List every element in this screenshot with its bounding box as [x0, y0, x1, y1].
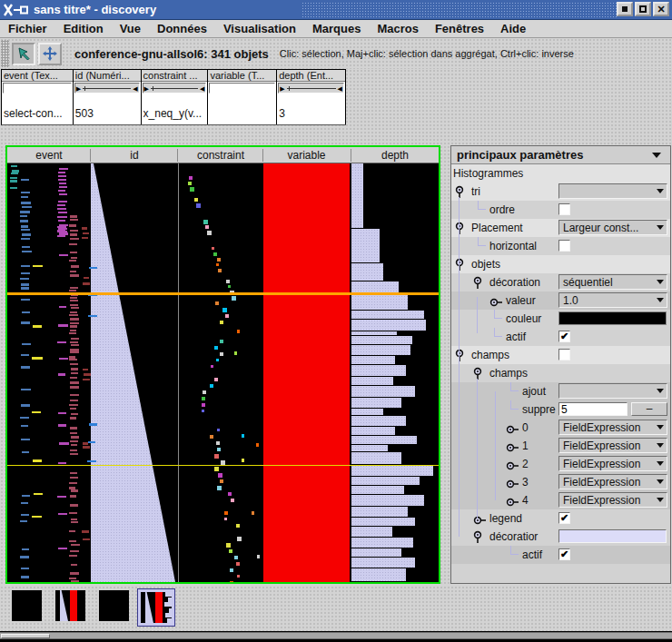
table-column-header[interactable]: id (Numéri... [74, 69, 141, 82]
select-tool-button[interactable] [12, 43, 35, 65]
tree-node-icon[interactable] [455, 349, 464, 365]
viz-id-wedge [91, 163, 175, 582]
title-bar[interactable]: sans titre* - discovery ✕ [0, 0, 672, 20]
viz-event-dash [70, 238, 79, 240]
panel-header-dropdown[interactable]: principaux paramètres [451, 146, 670, 164]
thumbnail-2[interactable] [55, 590, 85, 621]
table-column-header[interactable]: event (Tex... [2, 69, 73, 82]
table-range-filter[interactable]: ▶◀ [74, 83, 140, 94]
table-column-header[interactable]: constraint ... [142, 69, 208, 82]
tree-node-icon[interactable] [473, 512, 487, 528]
viz-event-dash [69, 555, 77, 557]
menu-item-visualisation[interactable]: Visualisation [215, 22, 304, 35]
viz-event-dash [88, 315, 97, 317]
menu-item-fichier[interactable]: Fichier [0, 22, 55, 35]
viz-event-dash [70, 300, 78, 301]
param-select-16[interactable]: FieldExpression [558, 456, 667, 471]
tree-node-icon[interactable] [455, 222, 464, 238]
viz-event-dash [22, 246, 30, 248]
menu-item-vue[interactable]: Vue [112, 22, 149, 35]
menu-item-aide[interactable]: Aide [492, 22, 534, 35]
tree-node-icon[interactable] [455, 258, 464, 274]
panel-title: principaux paramètres [457, 148, 583, 162]
tree-node-icon[interactable] [455, 185, 464, 202]
param-checkbox-19[interactable]: ✔ [558, 512, 570, 524]
remove-field-button[interactable]: – [631, 402, 667, 416]
param-select-7[interactable]: 1.0 [558, 292, 667, 308]
thumbnail-3[interactable] [99, 590, 129, 621]
tree-node-icon[interactable] [506, 440, 519, 456]
param-checkbox-21[interactable]: ✔ [558, 548, 570, 560]
param-checkbox-2[interactable] [558, 203, 570, 215]
table-range-filter[interactable]: ▶◀ [278, 83, 344, 94]
range-left-arrow-icon[interactable]: ▶ [75, 85, 82, 92]
viz-cursor-line-1[interactable] [7, 292, 439, 295]
toolbar: conference-gnu-allsol6: 341 objets Clic:… [0, 38, 672, 69]
param-select-17[interactable]: FieldExpression [558, 474, 667, 489]
viz-event-dash [57, 216, 67, 218]
viz-event-dash [21, 283, 29, 286]
tree-node-icon[interactable] [506, 494, 519, 510]
menu-item-edition[interactable]: Edition [55, 22, 112, 35]
viz-cursor-line-2[interactable] [7, 465, 439, 466]
tree-node-icon[interactable] [473, 276, 482, 292]
menu-item-fentres[interactable]: Fenêtres [427, 22, 492, 35]
viz-depth-bar [351, 507, 408, 517]
param-select-6[interactable]: séquentiel [558, 274, 667, 290]
minimize-button[interactable] [617, 2, 633, 16]
visualization-frame[interactable]: eventidconstraintvariabledepth [5, 145, 440, 584]
viz-depth-bar [351, 320, 426, 331]
tree-node-icon[interactable] [506, 458, 519, 474]
thumbnail-4[interactable] [141, 592, 172, 623]
param-select-18[interactable]: FieldExpression [558, 492, 667, 508]
param-row-ajout-12: ajout [451, 382, 670, 400]
maximize-button[interactable] [635, 2, 651, 16]
range-left-arrow-icon[interactable]: ▶ [143, 85, 150, 92]
viz-event-dash [71, 257, 77, 259]
viz-event-dash [21, 179, 29, 181]
menu-item-macros[interactable]: Macros [369, 22, 427, 35]
toolbar-drag-handle[interactable] [1, 40, 9, 67]
viz-canvas[interactable] [7, 163, 439, 582]
horizontal-scrollbar[interactable] [0, 632, 672, 639]
param-checkbox-4[interactable] [558, 240, 570, 252]
tree-elbow-connector [478, 237, 486, 246]
range-left-arrow-icon[interactable]: ▶ [279, 85, 285, 92]
viz-event-dash [70, 304, 78, 306]
table-filter-input[interactable] [3, 83, 72, 94]
thumbnail-1[interactable] [12, 590, 42, 621]
param-select-1[interactable] [558, 183, 667, 199]
pan-tool-button[interactable] [38, 43, 62, 65]
table-filter-input[interactable] [209, 83, 275, 94]
range-right-arrow-icon[interactable]: ◀ [199, 85, 205, 92]
param-color-swatch[interactable] [558, 311, 667, 325]
viz-event-dash [71, 544, 80, 546]
menu-item-donnes[interactable]: Données [149, 22, 215, 35]
table-column-header[interactable]: depth (Ent... [277, 69, 345, 82]
viz-event-dash [21, 229, 30, 231]
tree-node-icon[interactable] [473, 530, 482, 547]
param-checkbox-9[interactable]: ✔ [558, 331, 570, 342]
viz-event-dash [59, 186, 67, 188]
range-right-arrow-icon[interactable]: ◀ [132, 85, 138, 92]
table-column-header[interactable]: variable (T... [208, 69, 276, 82]
param-select-12[interactable] [558, 383, 667, 399]
param-suppr-input[interactable]: 5 [558, 402, 628, 416]
param-select-3[interactable]: Largeur const... [558, 220, 667, 235]
param-decoration-input[interactable] [558, 529, 667, 543]
param-label: 2 [522, 458, 529, 470]
table-range-filter[interactable]: ▶◀ [143, 83, 207, 94]
viz-event-dash [70, 215, 77, 218]
tree-node-icon[interactable] [489, 294, 503, 311]
close-button[interactable]: ✕ [653, 2, 669, 16]
range-right-arrow-icon[interactable]: ◀ [337, 85, 343, 92]
viz-constraint-dot [215, 301, 219, 305]
scrollbar-thumb[interactable] [1, 634, 50, 638]
tree-node-icon[interactable] [506, 421, 519, 438]
param-select-15[interactable]: FieldExpression [558, 438, 667, 453]
menu-item-marques[interactable]: Marques [304, 22, 369, 35]
param-select-14[interactable]: FieldExpression [558, 420, 667, 435]
tree-node-icon[interactable] [473, 367, 482, 383]
param-checkbox-10[interactable] [558, 349, 570, 361]
tree-node-icon[interactable] [506, 476, 519, 492]
